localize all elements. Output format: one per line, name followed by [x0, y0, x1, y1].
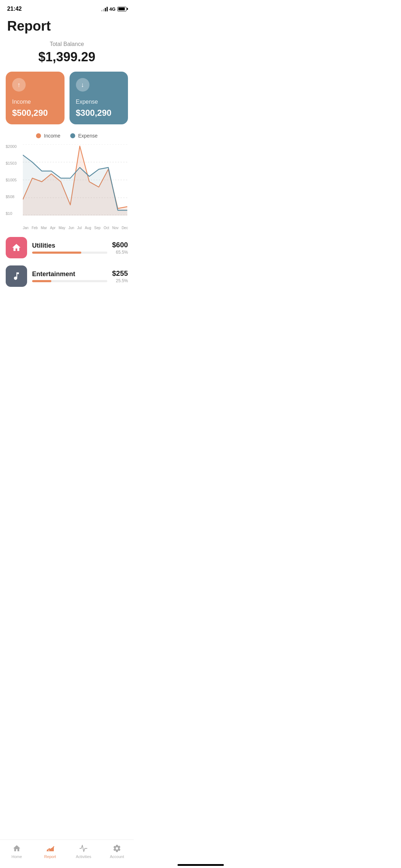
entertainment-name: Entertainment: [32, 270, 107, 278]
expense-amount: $300,290: [76, 108, 122, 118]
summary-cards: ↑ Income $500,290 ↓ Expense $300,290: [0, 72, 134, 133]
entertainment-amount: $255: [112, 269, 128, 278]
house-icon: [11, 243, 21, 253]
entertainment-percent: 25.5%: [112, 278, 128, 283]
utilities-amount: $600: [112, 241, 128, 249]
utilities-name: Utilities: [32, 242, 107, 249]
legend-expense: Expense: [70, 133, 97, 139]
income-label: Income: [12, 99, 58, 105]
chart-section: Income Expense $2000 $1503 $1005 $508 $1…: [0, 133, 134, 237]
line-chart: $2000 $1503 $1005 $508 $10: [6, 144, 128, 230]
expense-label: Expense: [76, 99, 122, 105]
signal-icon: [101, 6, 108, 11]
balance-amount: $1,399.29: [7, 50, 127, 64]
entertainment-bar-fill: [32, 280, 51, 282]
utilities-icon-box: [6, 237, 27, 258]
status-time: 21:42: [7, 6, 22, 12]
legend-income-label: Income: [44, 133, 60, 139]
utilities-bar-fill: [32, 252, 81, 254]
expense-dot: [70, 133, 75, 138]
page-title: Report: [0, 16, 134, 41]
entertainment-icon-box: [6, 265, 27, 287]
chart-x-labels: Jan Feb Mar Apr May Jun Jul Aug Sep Oct …: [23, 226, 128, 230]
category-list: Utilities $600 65.5% Entertainment $255 …: [0, 237, 134, 287]
status-bar: 21:42 4G: [0, 0, 134, 16]
chart-svg-area: [23, 144, 128, 216]
category-item-utilities: Utilities $600 65.5%: [6, 237, 128, 258]
entertainment-details: Entertainment: [32, 270, 107, 282]
status-icons: 4G: [101, 6, 127, 12]
balance-label: Total Balance: [7, 41, 127, 47]
category-item-entertainment: Entertainment $255 25.5%: [6, 265, 128, 287]
utilities-right: $600 65.5%: [112, 241, 128, 255]
entertainment-right: $255 25.5%: [112, 269, 128, 283]
expense-card: ↓ Expense $300,290: [70, 72, 128, 124]
income-card: ↑ Income $500,290: [6, 72, 65, 124]
entertainment-bar-track: [32, 280, 107, 282]
svg-marker-6: [23, 155, 127, 216]
income-amount: $500,290: [12, 108, 58, 118]
utilities-percent: 65.5%: [112, 250, 128, 255]
chart-legend: Income Expense: [6, 133, 128, 139]
network-type: 4G: [109, 6, 115, 12]
utilities-bar-track: [32, 252, 107, 254]
utilities-details: Utilities: [32, 242, 107, 254]
balance-section: Total Balance $1,399.29: [0, 41, 134, 72]
expense-arrow-icon: ↓: [76, 78, 89, 92]
battery-icon: [117, 7, 127, 11]
income-arrow-icon: ↑: [12, 78, 26, 92]
legend-income: Income: [36, 133, 60, 139]
chart-y-labels: $2000 $1503 $1005 $508 $10: [6, 144, 17, 216]
legend-expense-label: Expense: [78, 133, 97, 139]
income-dot: [36, 133, 41, 138]
music-icon: [11, 271, 21, 281]
